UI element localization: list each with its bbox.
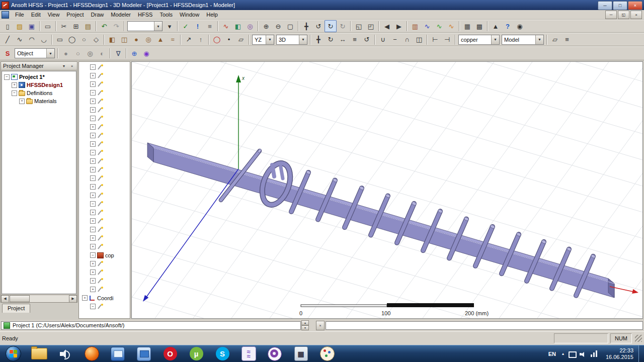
panel-menu-icon[interactable]: ▾ (60, 62, 68, 70)
message-close-icon[interactable]: × (316, 321, 325, 330)
unite-icon[interactable]: ∪ (377, 34, 389, 46)
expander-icon[interactable]: + (90, 158, 96, 164)
draw-circle-icon[interactable]: ○ (78, 34, 90, 46)
history-item[interactable]: − (81, 225, 130, 234)
tree-item-project-1-[interactable]: −Project 1* (2, 73, 76, 81)
minimize-button[interactable]: ─ (598, 1, 612, 10)
history-item[interactable]: + (81, 106, 130, 114)
expander-icon[interactable]: + (90, 235, 96, 241)
expander-icon[interactable]: + (90, 107, 96, 113)
plane-combo[interactable]: YZ▼ (252, 35, 274, 45)
paste-icon[interactable]: ▤ (82, 20, 94, 32)
action-center-icon[interactable] (568, 350, 576, 358)
menu-project[interactable]: Project (63, 11, 87, 19)
menu-draw[interactable]: Draw (88, 11, 108, 19)
history-item[interactable]: + (81, 285, 130, 294)
open-icon[interactable]: ▨ (14, 20, 26, 32)
menu-edit[interactable]: Edit (28, 11, 44, 19)
grid-xy-icon[interactable]: ▦ (461, 20, 473, 32)
expander-icon[interactable]: + (90, 287, 96, 292)
duplicate-around-axis-icon[interactable]: ↺ (361, 34, 373, 46)
signal-app-taskbar-icon[interactable]: ≈≈ (235, 345, 262, 362)
expander-icon[interactable]: + (90, 73, 96, 78)
expander-icon[interactable]: − (90, 90, 96, 96)
expander-icon[interactable]: + (12, 82, 17, 88)
rotate-model-center-icon[interactable]: ↻ (325, 20, 337, 32)
history-item[interactable]: − (81, 200, 130, 208)
history-item[interactable]: − (81, 63, 130, 71)
menu-modeler[interactable]: Modeler (107, 11, 134, 19)
copy-image-icon[interactable]: ▥ (409, 20, 421, 32)
model-combo[interactable]: Model▼ (502, 35, 544, 45)
render-shaded-icon[interactable]: ● (60, 47, 72, 59)
pan-icon[interactable]: ╋ (300, 20, 312, 32)
expander-icon[interactable]: − (4, 74, 10, 80)
message-output-field[interactable] (326, 321, 643, 330)
history-item[interactable]: + (81, 140, 130, 148)
expander-icon[interactable]: + (90, 210, 96, 215)
opera-taskbar-icon[interactable]: O (157, 345, 183, 362)
start-button[interactable] (0, 345, 26, 362)
object-filter-icon[interactable]: ∇ (112, 47, 124, 59)
history-item[interactable]: + (81, 131, 130, 140)
expander-icon[interactable]: + (90, 81, 96, 87)
history-item[interactable]: + (81, 217, 130, 225)
network-icon[interactable] (590, 350, 598, 358)
language-indicator[interactable]: EN (545, 351, 559, 357)
history-list-icon[interactable]: ≡ (561, 34, 573, 46)
ansys-taskbar-icon[interactable] (262, 345, 288, 362)
drawing-mode-combo-dropdown-icon[interactable]: ▼ (299, 35, 307, 44)
draw-sphere-icon[interactable]: ● (130, 34, 142, 46)
menu-file[interactable]: File (12, 11, 28, 19)
draw-spline-icon[interactable]: ∿ (14, 34, 26, 46)
skype-taskbar-icon[interactable]: S (209, 345, 235, 362)
expander-icon[interactable]: − (90, 304, 96, 309)
mesh-plot-icon[interactable]: ∿ (445, 20, 457, 32)
project-tree-hscrollbar[interactable]: ◀ ▶ (1, 295, 77, 302)
history-item[interactable]: − (81, 174, 130, 183)
analyze-all-icon[interactable]: ! (192, 20, 204, 32)
history-item-cop[interactable]: −cop (81, 251, 130, 259)
expander-icon[interactable]: − (12, 90, 17, 96)
draw-box-icon[interactable]: ◧ (106, 34, 118, 46)
expander-icon[interactable]: + (90, 167, 96, 172)
draw-plane-icon[interactable]: ▱ (235, 34, 247, 46)
show-desktop-button[interactable] (638, 345, 644, 362)
expander-icon[interactable]: + (90, 141, 96, 147)
fields-overlay-icon[interactable]: ◧ (232, 20, 244, 32)
plane-combo-dropdown-icon[interactable]: ▼ (266, 35, 274, 44)
radiation-icon[interactable]: ◎ (244, 20, 256, 32)
render-flat-icon[interactable]: ◐ (96, 47, 108, 59)
wave-port-icon[interactable]: ∿ (421, 20, 433, 32)
drawing-mode-combo[interactable]: 3D▼ (276, 35, 307, 45)
sheet-tools-icon[interactable]: ▱ (549, 34, 561, 46)
draw-torus-icon[interactable]: ◎ (142, 34, 154, 46)
expander-icon[interactable]: + (90, 133, 96, 138)
history-item[interactable]: + (81, 123, 130, 131)
expander-icon[interactable]: − (90, 175, 96, 181)
hpc-options-icon[interactable]: ≡ (204, 20, 216, 32)
zoom-window-icon[interactable]: ◱ (353, 20, 365, 32)
create-region-icon[interactable]: ◯ (211, 34, 223, 46)
zoom-in-icon[interactable]: ⊕ (260, 20, 272, 32)
explorer-taskbar-icon[interactable] (26, 345, 52, 362)
scrollbar-thumb[interactable] (10, 295, 30, 302)
align-left-icon[interactable]: ⊢ (429, 34, 441, 46)
context-help-icon[interactable]: ? (502, 20, 514, 32)
menu-help[interactable]: Help (203, 11, 221, 19)
save-icon[interactable]: ▣ (26, 20, 38, 32)
draw-polygon-icon[interactable]: ◇ (90, 34, 102, 46)
intersect-icon[interactable]: ∩ (401, 34, 413, 46)
draw-point-icon[interactable]: • (223, 34, 235, 46)
render-wireframe-icon[interactable]: ○ (72, 47, 84, 59)
expander-icon[interactable]: + (90, 261, 96, 266)
hidden-icons-arrow[interactable]: ▴ (559, 351, 567, 356)
menu-window[interactable]: Window (176, 11, 203, 19)
draw-arc-center-icon[interactable]: ◠ (26, 34, 38, 46)
offset-icon[interactable]: ≡ (349, 34, 361, 46)
zoom-selection-icon[interactable]: ◰ (365, 20, 377, 32)
clock[interactable]: 22:33 16.06.2015 (600, 347, 638, 360)
menu-hfss[interactable]: HFSS (134, 11, 156, 19)
history-item[interactable]: − (81, 114, 130, 123)
paint-taskbar-icon[interactable] (314, 345, 340, 362)
